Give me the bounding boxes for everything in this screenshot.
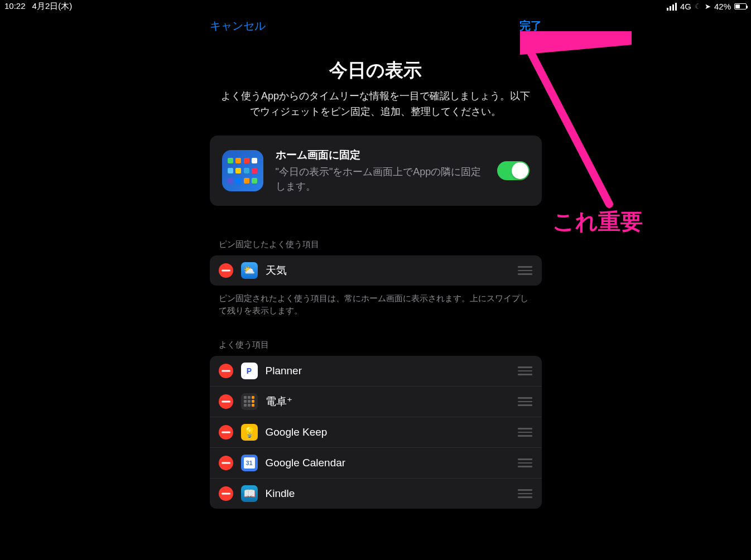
reorder-handle-icon[interactable] [517,489,533,498]
status-date: 4月2日(木) [32,1,73,12]
battery-pct: 42% [714,2,731,11]
favorites-list: P Planner 電卓⁺ 💡 Google Keep 31 Google Ca… [210,356,542,509]
dnd-moon-icon: ☾ [695,2,701,11]
status-time: 10:22 [4,1,26,12]
planner-icon: P [241,363,258,379]
annotation-text: これ重要 [552,206,643,237]
reorder-handle-icon[interactable] [517,366,533,375]
pin-card-desc: "今日の表示"をホーム画面上でAppの隣に固定します。 [276,165,485,194]
page-description: よく使うAppからのタイムリーな情報を一目で確認しましょう。以下でウィジェットを… [216,89,535,120]
pin-card-text: ホーム画面に固定 "今日の表示"をホーム画面上でAppの隣に固定します。 [276,148,485,194]
remove-button[interactable] [219,456,233,470]
list-item: 📖 Kindle [210,478,542,509]
list-item: 電卓⁺ [210,386,542,417]
network-label: 4G [680,2,691,11]
status-bar: 10:22 4月2日(木) 4G ☾ ➤ 42% [0,0,751,13]
pin-on-home-card: ホーム画面に固定 "今日の表示"をホーム画面上でAppの隣に固定します。 [210,136,542,206]
list-item-label: Google Calendar [266,457,509,469]
list-item: ⛅ 天気 [210,255,542,286]
remove-button[interactable] [219,263,233,278]
calculator-icon [241,393,258,410]
section-header-favorites: よく使う項目 [210,340,542,350]
nav-bar: キャンセル 完了 [210,13,542,39]
list-item-label: 天気 [266,263,509,278]
list-item: 💡 Google Keep [210,417,542,447]
done-button[interactable]: 完了 [519,18,542,33]
pin-card-title: ホーム画面に固定 [276,148,485,162]
remove-button[interactable] [219,486,233,501]
reorder-handle-icon[interactable] [517,397,533,406]
page-title: 今日の表示 [210,58,542,83]
list-item: P Planner [210,356,542,386]
weather-icon: ⛅ [241,262,258,279]
remove-button[interactable] [219,394,233,409]
reorder-handle-icon[interactable] [517,428,533,437]
list-item-label: Planner [266,365,509,377]
kindle-icon: 📖 [241,485,258,502]
location-icon: ➤ [705,2,711,11]
reorder-handle-icon[interactable] [517,266,533,275]
section-header-pinned: ピン固定したよく使う項目 [210,239,542,250]
pin-on-home-toggle[interactable] [497,161,529,180]
remove-button[interactable] [219,425,233,440]
battery-icon [734,3,747,9]
list-item-label: 電卓⁺ [266,394,509,409]
google-calendar-icon: 31 [241,455,258,471]
reorder-handle-icon[interactable] [517,458,533,467]
google-keep-icon: 💡 [241,424,258,441]
list-item: 31 Google Calendar [210,447,542,478]
home-screen-icon [222,150,263,191]
pinned-list: ⛅ 天気 [210,255,542,286]
cancel-button[interactable]: キャンセル [210,18,266,33]
remove-button[interactable] [219,364,233,378]
signal-icon [667,3,677,11]
list-item-label: Kindle [266,487,509,500]
list-item-label: Google Keep [266,426,509,438]
section-footer-pinned: ピン固定されたよく使う項目は、常にホーム画面に表示されます。上にスワイプして残り… [210,286,542,317]
